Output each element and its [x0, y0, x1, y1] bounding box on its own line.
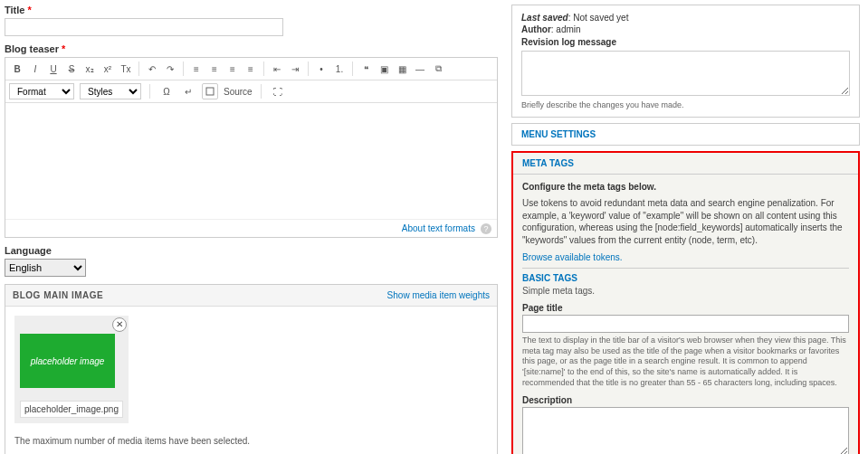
- ol-icon[interactable]: 1.: [331, 61, 348, 77]
- author-label: Author: [521, 24, 551, 34]
- meta-tags-title[interactable]: META TAGS: [513, 153, 858, 175]
- description-textarea[interactable]: [522, 407, 849, 454]
- outdent-icon[interactable]: ⇤: [269, 61, 285, 77]
- blog-image-title: BLOG MAIN IMAGE: [13, 290, 103, 300]
- editor-body[interactable]: [5, 103, 497, 219]
- ul-icon[interactable]: •: [313, 61, 329, 77]
- meta-intro: Use tokens to avoid redundant meta data …: [522, 197, 849, 246]
- align-right-icon[interactable]: ≡: [224, 61, 241, 77]
- text-formats-link[interactable]: About text formats: [402, 223, 475, 233]
- clear-format-icon[interactable]: Tx: [118, 61, 134, 77]
- italic-icon[interactable]: I: [27, 61, 43, 77]
- page-title-input[interactable]: [522, 315, 849, 333]
- svg-rect-0: [206, 88, 214, 95]
- show-weights-link[interactable]: Show media item weights: [387, 290, 490, 300]
- placeholder-image: placeholder image: [20, 334, 115, 388]
- format-select[interactable]: Format: [9, 83, 74, 99]
- revision-box: Last saved: Not saved yet Author: admin …: [511, 5, 860, 118]
- align-left-icon[interactable]: ≡: [188, 61, 205, 77]
- source-button[interactable]: [202, 83, 218, 99]
- image-thumb[interactable]: ✕ placeholder image placeholder_image.pn…: [14, 316, 129, 423]
- last-saved-value: Not saved yet: [573, 13, 628, 23]
- align-center-icon[interactable]: ≡: [206, 61, 223, 77]
- maximize-icon[interactable]: ⛶: [270, 83, 286, 99]
- description-label: Description: [522, 395, 849, 405]
- break-icon[interactable]: ↵: [180, 83, 196, 99]
- log-textarea[interactable]: [521, 51, 850, 96]
- superscript-icon[interactable]: x²: [100, 61, 116, 77]
- language-select[interactable]: English: [5, 259, 86, 277]
- title-input[interactable]: [5, 18, 283, 36]
- menu-settings-section[interactable]: MENU SETTINGS: [511, 123, 860, 146]
- teaser-label: Blog teaser *: [5, 43, 498, 54]
- underline-icon[interactable]: U: [45, 61, 62, 77]
- image-caption: placeholder_image.png: [20, 401, 123, 418]
- help-icon[interactable]: ?: [481, 223, 491, 234]
- editor-toolbar: B I U S x₂ x² Tx ↶ ↷ ≡ ≡ ≡ ≡ ⇤: [5, 58, 497, 80]
- strike-icon[interactable]: S: [63, 61, 80, 77]
- browse-tokens-link[interactable]: Browse available tokens.: [522, 252, 623, 262]
- source-label[interactable]: Source: [224, 87, 253, 97]
- log-help: Briefly describe the changes you have ma…: [521, 100, 850, 109]
- table-icon[interactable]: ▦: [394, 61, 410, 77]
- styles-select[interactable]: Styles: [80, 83, 141, 99]
- rich-text-editor: B I U S x₂ x² Tx ↶ ↷ ≡ ≡ ≡ ≡ ⇤: [5, 57, 498, 238]
- log-label: Revision log message: [521, 37, 850, 47]
- link-icon[interactable]: ⧉: [430, 61, 446, 77]
- author-value: admin: [556, 24, 580, 34]
- meta-configure: Configure the meta tags below.: [522, 182, 849, 192]
- undo-icon[interactable]: ↶: [144, 61, 160, 77]
- basic-tags-desc: Simple meta tags.: [522, 286, 849, 296]
- blog-image-panel: BLOG MAIN IMAGE Show media item weights …: [5, 284, 498, 454]
- close-icon[interactable]: ✕: [112, 317, 127, 332]
- subscript-icon[interactable]: x₂: [81, 61, 98, 77]
- page-title-label: Page title: [522, 303, 849, 313]
- quote-icon[interactable]: ❝: [358, 61, 374, 77]
- last-saved-label: Last saved: [521, 13, 568, 23]
- page-title-help: The text to display in the title bar of …: [522, 336, 849, 388]
- hr-icon[interactable]: —: [412, 61, 428, 77]
- title-label: Title *: [5, 5, 498, 15]
- image-icon[interactable]: ▣: [376, 61, 392, 77]
- indent-icon[interactable]: ⇥: [287, 61, 303, 77]
- basic-tags-title[interactable]: BASIC TAGS: [522, 273, 849, 283]
- bold-icon[interactable]: B: [9, 61, 25, 77]
- omega-icon[interactable]: Ω: [158, 83, 175, 99]
- meta-tags-panel: META TAGS Configure the meta tags below.…: [511, 151, 860, 454]
- redo-icon[interactable]: ↷: [162, 61, 178, 77]
- max-items-note: The maximum number of media items have b…: [14, 436, 488, 446]
- align-justify-icon[interactable]: ≡: [243, 61, 259, 77]
- language-label: Language: [5, 245, 498, 256]
